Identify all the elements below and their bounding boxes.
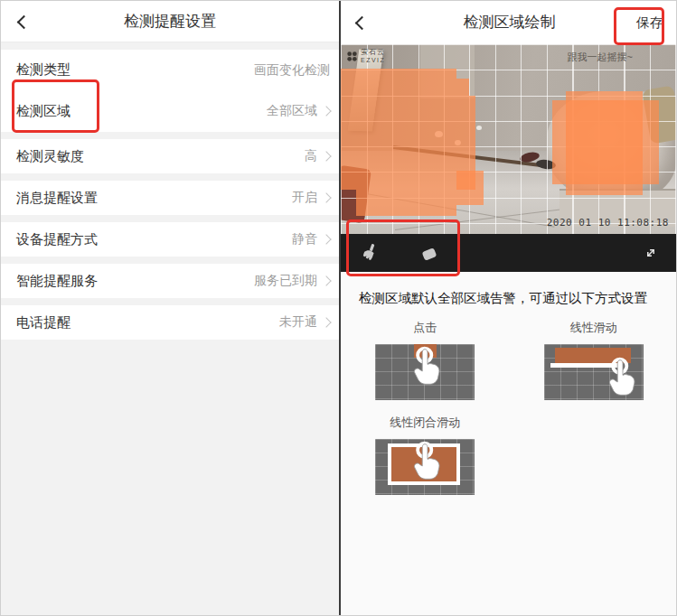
detection-region-block[interactable] — [341, 69, 456, 96]
settings-row-label: 消息提醒设置 — [16, 190, 98, 207]
chevron-right-icon — [321, 275, 331, 285]
brand-name-en: EZVIZ — [361, 57, 385, 63]
method-label: 点击 — [413, 320, 437, 336]
settings-row-6[interactable]: 智能提醒服务服务已到期 — [1, 264, 339, 298]
draw-header: 检测区域绘制 保存 — [341, 1, 677, 44]
ezviz-flower-icon — [346, 51, 358, 62]
settings-row-4[interactable]: 消息提醒设置开启 — [1, 181, 339, 215]
chevron-right-icon — [321, 106, 331, 116]
method-linear-slide: 线性滑动 — [544, 320, 644, 400]
closed-hand-icon — [409, 441, 443, 491]
video-watermark: 跟我一起摇摆~ — [568, 51, 633, 64]
method-label: 线性滑动 — [570, 320, 617, 336]
chevron-right-icon — [321, 234, 331, 244]
page-title: 检测区域绘制 — [341, 1, 677, 44]
method-label: 线性闭合滑动 — [390, 415, 460, 431]
eraser-tool-button[interactable] — [411, 234, 447, 272]
ezviz-logo: 萤石云 EZVIZ — [346, 49, 385, 63]
settings-row-7[interactable]: 电话提醒未开通 — [1, 305, 339, 340]
draw-toolbar — [341, 234, 677, 272]
method-tap: 点击 — [375, 320, 475, 400]
methods-grid: 点击 线性滑动 — [341, 320, 677, 495]
camera-preview[interactable]: 萤石云 EZVIZ 跟我一起摇摆~ 2020 01 10 11:08:18 — [341, 44, 677, 234]
settings-header: 检测提醒设置 — [1, 1, 339, 42]
screen: 检测提醒设置 检测类型画面变化检测检测区域全部区域检测灵敏度高消息提醒设置开启设… — [0, 0, 677, 616]
hint-text: 检测区域默认全部区域告警，可通过以下方式设置 — [341, 272, 677, 307]
detection-region-block[interactable] — [341, 96, 475, 164]
tap-diagram — [375, 344, 475, 400]
slide-hand-icon — [604, 357, 638, 407]
detection-region-overlay — [341, 44, 677, 234]
broom-icon — [359, 242, 381, 264]
settings-row-label: 电话提醒 — [16, 314, 71, 331]
chevron-right-icon — [321, 192, 331, 202]
brand-name-cn: 萤石云 — [361, 49, 385, 56]
settings-row-label: 检测灵敏度 — [16, 148, 84, 165]
settings-row-value: 静音 — [292, 231, 317, 247]
video-timestamp: 2020 01 10 11:08:18 — [547, 217, 669, 229]
settings-row-5[interactable]: 设备提醒方式静音 — [1, 222, 339, 257]
method-closed-slide: 线性闭合滑动 — [375, 415, 475, 495]
settings-row-3[interactable]: 检测灵敏度高 — [1, 139, 339, 173]
instructions-area: 检测区域默认全部区域告警，可通过以下方式设置 点击 线性滑动 — [341, 272, 677, 616]
detection-area-draw-page: 检测区域绘制 保存 — [341, 1, 677, 616]
settings-row-value: 服务已到期 — [254, 273, 317, 289]
tap-hand-icon — [409, 346, 443, 397]
settings-row-label: 检测类型 — [16, 61, 71, 79]
settings-row-2[interactable]: 检测区域全部区域 — [1, 90, 339, 132]
detection-region-block[interactable] — [356, 190, 456, 216]
page-title: 检测提醒设置 — [1, 1, 339, 42]
chevron-right-icon — [321, 151, 331, 161]
detection-region-block[interactable] — [552, 100, 659, 184]
settings-row-value: 画面变化检测 — [254, 62, 330, 79]
closed-slide-diagram — [375, 439, 475, 495]
detection-region-block[interactable] — [456, 79, 469, 96]
settings-row-value: 全部区域 — [267, 103, 317, 119]
save-button[interactable]: 保存 — [636, 1, 663, 44]
settings-row-1[interactable]: 检测类型画面变化检测 — [1, 50, 339, 90]
chevron-right-icon — [321, 317, 331, 327]
linear-slide-diagram — [544, 344, 644, 400]
settings-list: 检测类型画面变化检测检测区域全部区域检测灵敏度高消息提醒设置开启设备提醒方式静音… — [1, 50, 339, 340]
brush-tool-button[interactable] — [352, 234, 388, 272]
panel-divider — [339, 1, 341, 616]
detection-region-block[interactable] — [341, 164, 475, 190]
settings-row-value: 开启 — [292, 190, 317, 206]
settings-row-label: 智能提醒服务 — [16, 273, 98, 290]
settings-row-label: 检测区域 — [16, 103, 71, 120]
settings-row-value: 高 — [305, 148, 317, 164]
settings-row-label: 设备提醒方式 — [16, 231, 98, 248]
detection-region-block[interactable] — [456, 171, 484, 205]
settings-row-value: 未开通 — [279, 314, 317, 331]
fullscreen-button[interactable] — [633, 234, 669, 272]
expand-icon — [641, 243, 661, 263]
eraser-icon — [418, 242, 440, 264]
detection-settings-page: 检测提醒设置 检测类型画面变化检测检测区域全部区域检测灵敏度高消息提醒设置开启设… — [1, 1, 339, 616]
